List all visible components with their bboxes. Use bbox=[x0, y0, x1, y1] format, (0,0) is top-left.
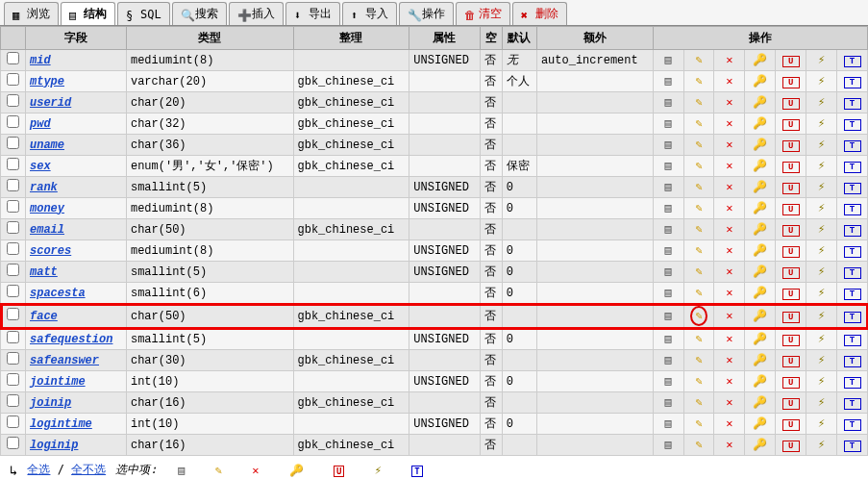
edit-icon[interactable]: ✎ bbox=[690, 395, 707, 410]
unique-icon[interactable]: U bbox=[782, 56, 800, 67]
browse-icon[interactable]: ▤ bbox=[659, 180, 677, 194]
field-name[interactable]: spacesta bbox=[30, 287, 86, 300]
field-name[interactable]: jointime bbox=[30, 375, 86, 389]
drop-icon[interactable]: ✕ bbox=[721, 95, 738, 110]
drop-icon[interactable]: ✕ bbox=[721, 374, 738, 389]
unique-icon[interactable]: U bbox=[782, 98, 800, 110]
field-name[interactable]: matt bbox=[30, 265, 58, 279]
fulltext-icon[interactable]: T bbox=[844, 140, 861, 152]
row-checkbox[interactable] bbox=[7, 73, 19, 86]
tab-import[interactable]: ⬆导入 bbox=[342, 2, 397, 25]
fulltext-icon[interactable]: T bbox=[844, 204, 861, 215]
index-icon[interactable]: ⚡ bbox=[813, 332, 831, 346]
drop-icon[interactable]: ✕ bbox=[721, 353, 738, 367]
unique-icon[interactable]: U bbox=[782, 312, 800, 323]
primary-key-icon[interactable]: 🔑 bbox=[752, 286, 769, 300]
primary-key-icon[interactable]: 🔑 bbox=[752, 180, 769, 194]
index-icon[interactable]: ⚡ bbox=[813, 243, 831, 258]
row-checkbox[interactable] bbox=[7, 179, 19, 191]
row-checkbox[interactable] bbox=[7, 94, 19, 107]
edit-icon[interactable]: ✎ bbox=[690, 180, 707, 194]
unique-icon[interactable]: U bbox=[782, 267, 800, 279]
field-name[interactable]: loginip bbox=[30, 439, 78, 452]
fulltext-icon[interactable]: T bbox=[411, 466, 422, 477]
unique-icon[interactable]: U bbox=[782, 119, 800, 131]
row-checkbox[interactable] bbox=[7, 352, 19, 365]
browse-icon[interactable]: ▤ bbox=[659, 309, 677, 323]
edit-icon[interactable]: ✎ bbox=[690, 332, 707, 346]
row-checkbox[interactable] bbox=[7, 242, 19, 255]
edit-icon[interactable]: ✎ bbox=[690, 159, 707, 173]
browse-icon[interactable]: ▤ bbox=[659, 159, 677, 173]
tab-sql[interactable]: §SQL bbox=[117, 2, 170, 25]
field-name[interactable]: mtype bbox=[30, 75, 64, 88]
row-checkbox[interactable] bbox=[7, 308, 19, 320]
edit-icon[interactable]: ✎ bbox=[690, 306, 707, 326]
primary-key-icon[interactable]: 🔑 bbox=[752, 353, 769, 367]
browse-icon[interactable]: ▤ bbox=[659, 116, 677, 131]
primary-key-icon[interactable]: 🔑 bbox=[752, 374, 769, 389]
fulltext-icon[interactable]: T bbox=[844, 267, 861, 279]
row-checkbox[interactable] bbox=[7, 394, 19, 407]
unique-icon[interactable]: U bbox=[334, 466, 344, 477]
row-checkbox[interactable] bbox=[7, 373, 19, 386]
field-name[interactable]: userid bbox=[30, 96, 71, 110]
primary-key-icon[interactable]: 🔑 bbox=[752, 395, 769, 410]
index-icon[interactable]: ⚡ bbox=[813, 53, 831, 67]
primary-key-icon[interactable]: 🔑 bbox=[752, 309, 769, 323]
unique-icon[interactable]: U bbox=[782, 140, 800, 152]
row-checkbox[interactable] bbox=[7, 331, 19, 343]
fulltext-icon[interactable]: T bbox=[844, 77, 861, 88]
row-checkbox[interactable] bbox=[7, 52, 19, 64]
field-name[interactable]: mid bbox=[30, 54, 51, 67]
unique-icon[interactable]: U bbox=[782, 77, 800, 88]
field-name[interactable]: logintime bbox=[30, 417, 92, 431]
row-checkbox[interactable] bbox=[7, 416, 19, 428]
index-icon[interactable]: ⚡ bbox=[813, 74, 831, 88]
field-name[interactable]: rank bbox=[30, 181, 58, 194]
index-icon[interactable]: ⚡ bbox=[375, 464, 382, 477]
primary-key-icon[interactable]: 🔑 bbox=[752, 159, 769, 173]
fulltext-icon[interactable]: T bbox=[844, 56, 861, 67]
fulltext-icon[interactable]: T bbox=[844, 225, 861, 237]
browse-icon[interactable]: ▤ bbox=[659, 353, 677, 367]
field-name[interactable]: safequestion bbox=[30, 333, 112, 346]
field-name[interactable]: pwd bbox=[30, 117, 51, 131]
index-icon[interactable]: ⚡ bbox=[813, 222, 831, 237]
drop-icon[interactable]: ✕ bbox=[721, 243, 738, 258]
drop-icon[interactable]: ✕ bbox=[721, 416, 738, 431]
field-name[interactable]: scores bbox=[30, 244, 71, 258]
select-none-link[interactable]: 全不选 bbox=[71, 463, 106, 476]
primary-key-icon[interactable]: 🔑 bbox=[752, 74, 769, 88]
browse-icon[interactable]: ▤ bbox=[659, 138, 677, 152]
edit-icon[interactable]: ✎ bbox=[690, 286, 707, 300]
browse-icon[interactable]: ▤ bbox=[659, 416, 677, 431]
browse-icon[interactable]: ▤ bbox=[659, 286, 677, 300]
drop-icon[interactable]: ✕ bbox=[721, 286, 738, 300]
row-checkbox[interactable] bbox=[7, 285, 19, 297]
unique-icon[interactable]: U bbox=[782, 441, 800, 452]
unique-icon[interactable]: U bbox=[782, 204, 800, 215]
browse-icon[interactable]: ▤ bbox=[659, 374, 677, 389]
drop-icon[interactable]: ✕ bbox=[721, 53, 738, 67]
tab-structure[interactable]: ▤结构 bbox=[61, 2, 115, 25]
fulltext-icon[interactable]: T bbox=[844, 419, 861, 431]
tab-drop[interactable]: ✖删除 bbox=[512, 2, 567, 25]
browse-icon[interactable]: ▤ bbox=[659, 222, 677, 237]
row-checkbox[interactable] bbox=[7, 437, 19, 449]
primary-key-icon[interactable]: 🔑 bbox=[752, 53, 769, 67]
browse-icon[interactable]: ▤ bbox=[659, 265, 677, 279]
browse-icon[interactable]: ▤ bbox=[659, 243, 677, 258]
edit-icon[interactable]: ✎ bbox=[690, 374, 707, 389]
field-name[interactable]: safeanswer bbox=[30, 354, 99, 367]
primary-key-icon[interactable]: 🔑 bbox=[752, 265, 769, 279]
edit-icon[interactable]: ✎ bbox=[690, 138, 707, 152]
edit-icon[interactable]: ✎ bbox=[690, 95, 707, 110]
browse-icon[interactable]: ▤ bbox=[659, 438, 677, 452]
primary-key-icon[interactable]: 🔑 bbox=[752, 116, 769, 131]
field-name[interactable]: sex bbox=[30, 160, 51, 173]
fulltext-icon[interactable]: T bbox=[844, 289, 861, 300]
tab-export[interactable]: ⬇导出 bbox=[285, 2, 340, 25]
drop-icon[interactable]: ✕ bbox=[721, 201, 738, 215]
drop-icon[interactable]: ✕ bbox=[721, 116, 738, 131]
